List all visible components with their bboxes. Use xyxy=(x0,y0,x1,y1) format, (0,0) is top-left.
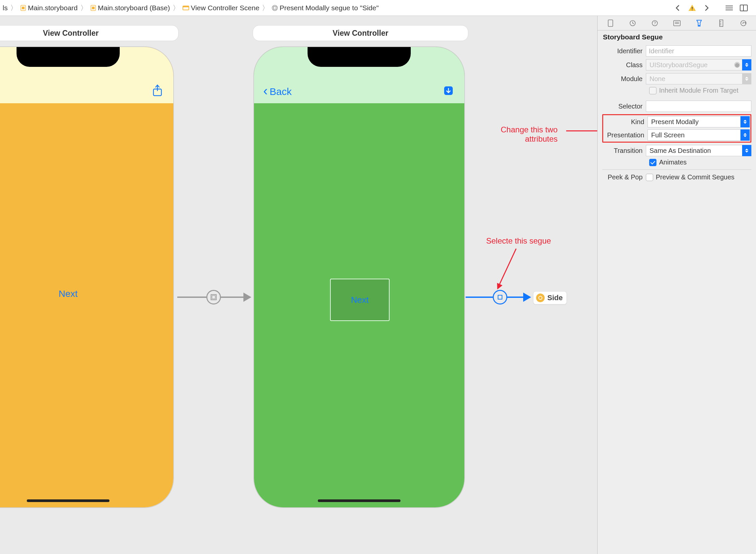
label-class: Class xyxy=(602,61,646,69)
segue-icon-circle-selected[interactable] xyxy=(493,290,507,304)
chevron-right-icon: 〉 xyxy=(79,3,88,13)
vc-badge-icon xyxy=(536,293,545,302)
annotation-highlight: Kind Present Modally Presentation xyxy=(602,114,751,143)
help-inspector-tab[interactable]: ? xyxy=(650,19,659,27)
download-icon[interactable] xyxy=(442,84,455,97)
svg-rect-9 xyxy=(692,10,693,10)
svg-point-22 xyxy=(539,296,542,299)
file-inspector-tab[interactable] xyxy=(606,19,615,27)
svg-point-6 xyxy=(272,5,277,11)
attributes-inspector-tab[interactable] xyxy=(695,19,703,27)
back-button-label[interactable]: Back xyxy=(269,86,292,97)
row-transition: Transition Same As Destination xyxy=(602,145,751,157)
phone-frame-vc1[interactable]: Next xyxy=(0,46,174,508)
svg-rect-8 xyxy=(692,7,693,9)
toolbar-right xyxy=(673,3,753,13)
breadcrumb: ls 〉 Main.storyboard 〉 Main.storyboard (… xyxy=(3,3,379,13)
chevron-right-icon: 〉 xyxy=(171,3,181,13)
class-select[interactable]: UIStoryboardSegue ◎ xyxy=(646,59,751,70)
crumb-prefix-text: ls xyxy=(3,4,8,12)
module-select[interactable]: None xyxy=(646,73,751,85)
crumb-text: Main.storyboard (Base) xyxy=(98,4,170,12)
row-presentation: Presentation Full Screen xyxy=(604,129,750,141)
transition-select[interactable]: Same As Destination xyxy=(646,145,751,156)
crumb-text: Main.storyboard xyxy=(28,4,78,12)
svg-text:?: ? xyxy=(653,21,656,25)
row-kind: Kind Present Modally xyxy=(604,116,750,128)
inspector-section-title: Storyboard Segue xyxy=(597,31,756,44)
crumb-scene[interactable]: View Controller Scene 〉 xyxy=(182,3,270,13)
segue-icon-circle[interactable] xyxy=(206,290,221,304)
svg-rect-7 xyxy=(273,7,276,9)
chevron-right-icon: 〉 xyxy=(9,3,18,13)
home-indicator xyxy=(27,499,110,502)
annotation-text: Selecte this segue xyxy=(486,236,551,245)
label-peek-pop: Peek & Pop xyxy=(602,173,646,181)
warning-icon[interactable] xyxy=(687,3,697,13)
plus-icon[interactable]: ◎ xyxy=(734,62,740,68)
segue-line-selected xyxy=(507,296,524,298)
side-scene-chip[interactable]: Side xyxy=(533,291,567,304)
nav-back-button[interactable] xyxy=(673,3,683,13)
annotation-text: Change this two attributes xyxy=(501,125,558,144)
svg-rect-3 xyxy=(92,7,94,9)
nav-forward-button[interactable] xyxy=(702,3,712,13)
identity-inspector-tab[interactable] xyxy=(673,19,681,27)
svg-rect-5 xyxy=(183,6,189,7)
inspector-panel: ? Storyboard Segue Identifier Class xyxy=(597,16,756,554)
adjust-editor-button[interactable] xyxy=(739,3,749,13)
kind-select[interactable]: Present Modally xyxy=(647,116,750,127)
crumb-text: Present Modally segue to "Side" xyxy=(279,4,379,12)
main-split: View Controller View Controller xyxy=(0,16,756,554)
segue-line-selected xyxy=(466,296,493,298)
phone-screen: ‹ Back Next xyxy=(254,47,464,507)
selector-input[interactable] xyxy=(646,101,751,112)
animates-checkbox[interactable] xyxy=(649,159,656,166)
button-label: Next xyxy=(59,289,78,299)
phone-frame-vc2[interactable]: ‹ Back Next xyxy=(253,46,465,508)
label-selector: Selector xyxy=(602,103,646,110)
crumb-main-storyboard[interactable]: Main.storyboard 〉 xyxy=(20,3,88,13)
crumb-segue[interactable]: Present Modally segue to "Side" xyxy=(271,4,379,12)
dropdown-caret-icon xyxy=(741,129,750,141)
chevron-right-icon: 〉 xyxy=(261,3,270,13)
segue-icon xyxy=(271,5,278,11)
history-inspector-tab[interactable] xyxy=(628,19,637,27)
svg-rect-21 xyxy=(498,295,502,299)
checkbox-label: Inherit Module From Target xyxy=(659,87,739,94)
next-button[interactable]: Next xyxy=(59,289,78,299)
segue-line xyxy=(221,296,244,298)
inspector-form: Identifier Class UIStoryboardSegue ◎ xyxy=(597,44,756,188)
peek-pop-checkbox[interactable] xyxy=(646,174,653,181)
app-root: ls 〉 Main.storyboard 〉 Main.storyboard (… xyxy=(0,0,756,554)
identifier-input[interactable] xyxy=(646,45,751,57)
presentation-select[interactable]: Full Screen xyxy=(647,129,750,141)
size-inspector-tab[interactable] xyxy=(717,19,726,27)
storyboard-file-icon xyxy=(20,5,26,11)
connections-inspector-tab[interactable] xyxy=(739,19,748,27)
label-identifier: Identifier xyxy=(602,47,646,55)
inspector-tool-tabs: ? xyxy=(597,16,756,31)
container-view[interactable]: Next xyxy=(330,279,390,321)
dropdown-caret-icon xyxy=(742,73,751,85)
storyboard-file-icon xyxy=(90,5,97,11)
crumb-prefix[interactable]: ls 〉 xyxy=(3,3,18,13)
dropdown-caret-icon xyxy=(741,116,750,127)
inherit-module-checkbox[interactable] xyxy=(649,87,656,94)
document-outline-toggle[interactable] xyxy=(724,3,734,13)
back-chevron-icon[interactable]: ‹ xyxy=(263,84,267,97)
toolbar: ls 〉 Main.storyboard 〉 Main.storyboard (… xyxy=(0,0,756,16)
row-module: Module None xyxy=(602,73,751,85)
storyboard-canvas[interactable]: View Controller View Controller xyxy=(0,16,597,554)
dropdown-caret-icon xyxy=(742,145,751,156)
phone-screen: Next xyxy=(0,47,173,507)
label-transition: Transition xyxy=(602,147,646,155)
crumb-text: View Controller Scene xyxy=(191,4,259,12)
label-presentation: Presentation xyxy=(604,131,647,139)
row-inherit-module: Inherit Module From Target xyxy=(602,87,751,94)
vc2-title-bar[interactable]: View Controller xyxy=(253,25,468,41)
crumb-base[interactable]: Main.storyboard (Base) 〉 xyxy=(90,3,181,13)
vc1-title-bar[interactable]: View Controller xyxy=(0,25,179,41)
canvas-content: View Controller View Controller xyxy=(0,16,597,554)
share-icon[interactable] xyxy=(151,84,164,97)
